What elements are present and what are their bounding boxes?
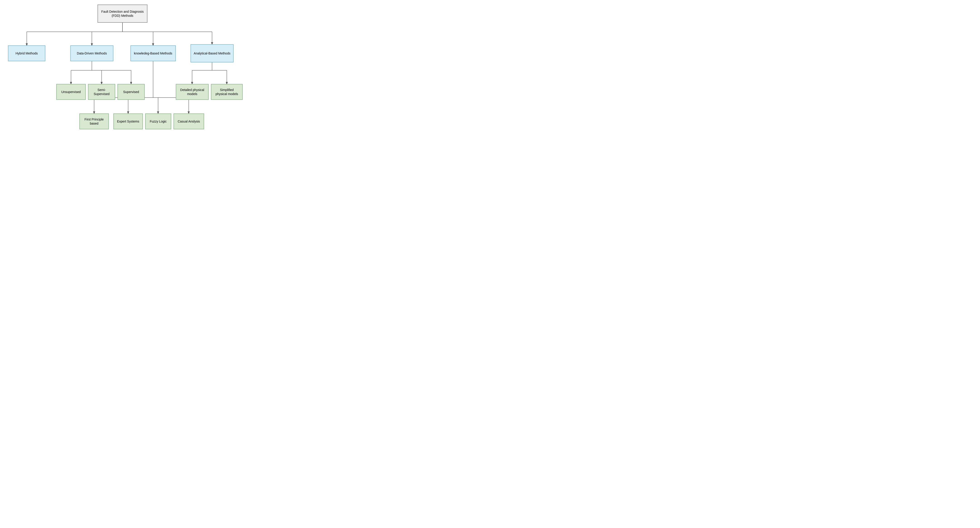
data-node: Data-Driven Methods bbox=[70, 45, 113, 61]
root-label: Fault Detection and Diagnosis (FDD) Meth… bbox=[101, 10, 144, 18]
expert-node: Expert Systems bbox=[113, 113, 143, 129]
hybrid-label: Hybrid Methods bbox=[16, 51, 38, 55]
semi-label: Semi- Supervised bbox=[91, 88, 112, 96]
hybrid-node: Hybrid Methods bbox=[8, 45, 45, 61]
supervised-label: Supervised bbox=[123, 90, 139, 94]
expert-label: Expert Systems bbox=[117, 120, 139, 123]
fuzzy-label: Fuzzy Logic bbox=[150, 120, 167, 123]
casual-node: Casual Anslysis bbox=[173, 113, 204, 129]
unsupervised-label: Unsupervised bbox=[61, 90, 81, 94]
unsupervised-node: Unsupervised bbox=[56, 84, 86, 100]
analytical-label: Analytical-Based Methods bbox=[194, 51, 231, 55]
data-label: Data-Driven Methods bbox=[77, 51, 107, 55]
semi-node: Semi- Supervised bbox=[88, 84, 115, 100]
firstprinc-label: First Principle based bbox=[83, 117, 106, 126]
analytical-node: Analytical-Based Methods bbox=[191, 44, 234, 62]
detailed-node: Detailed physical models bbox=[176, 84, 208, 100]
casual-label: Casual Anslysis bbox=[178, 120, 200, 123]
diagram: Fault Detection and Diagnosis (FDD) Meth… bbox=[0, 0, 245, 136]
fuzzy-node: Fuzzy Logic bbox=[145, 113, 171, 129]
detailed-label: Detailed physical models bbox=[179, 88, 205, 96]
simplified-label: Simplified physical models bbox=[214, 88, 240, 96]
knowledge-node: knowledeg-Based Methods bbox=[130, 45, 176, 61]
knowledge-label: knowledeg-Based Methods bbox=[134, 51, 172, 55]
supervised-node: Supervised bbox=[118, 84, 145, 100]
root-node: Fault Detection and Diagnosis (FDD) Meth… bbox=[97, 5, 148, 23]
simplified-node: Simplified physical models bbox=[211, 84, 243, 100]
firstprinc-node: First Principle based bbox=[80, 113, 109, 129]
